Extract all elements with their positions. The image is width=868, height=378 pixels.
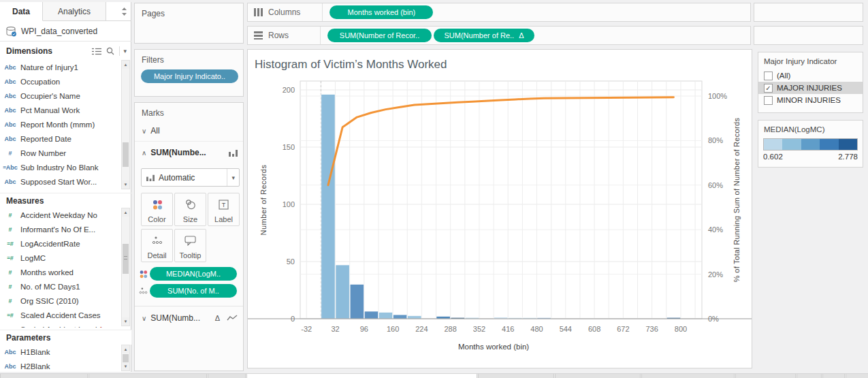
field-row[interactable]: #Informant's No Of E...: [0, 222, 121, 236]
number-field-icon: #: [0, 269, 20, 276]
sheet-tab[interactable]: [846, 374, 868, 378]
number-field-icon: #: [0, 283, 20, 290]
data-source-row[interactable]: WPI_data_converted: [0, 22, 131, 42]
text-field-icon: Abc: [0, 107, 20, 114]
columns-pill-months-worked-bin[interactable]: Months worked (bin): [329, 5, 433, 19]
field-row[interactable]: AbcReported Date: [0, 131, 121, 146]
database-icon: [5, 27, 17, 37]
tab-data[interactable]: Data: [0, 2, 43, 21]
filter-option-minor-injuries[interactable]: MINOR INJURIES: [758, 94, 863, 106]
sheet-tab[interactable]: [797, 374, 822, 378]
tab-analytics[interactable]: Analytics: [43, 2, 106, 20]
svg-text:T: T: [222, 202, 226, 208]
field-row[interactable]: AbcH1Blank: [0, 345, 121, 359]
checkbox[interactable]: ✓: [764, 84, 773, 93]
marks-section-sum[interactable]: ∧ SUM(Numbe...: [142, 144, 238, 161]
field-row[interactable]: AbcSupposed Start Wor...: [0, 174, 121, 189]
search-icon[interactable]: [106, 47, 114, 55]
text-field-icon: =Abc: [0, 164, 20, 171]
field-label: Report Month (mmm): [20, 121, 95, 129]
scrollbar[interactable]: ▲ ▼: [121, 60, 130, 189]
injury-filter-card: Major Injury Indicator (All)✓MAJOR INJUR…: [758, 52, 863, 113]
checkbox[interactable]: [764, 72, 773, 80]
field-row[interactable]: AbcH2Blank: [0, 359, 121, 372]
mark-type-dropdown[interactable]: Automatic ▾: [141, 168, 240, 187]
field-row[interactable]: AbcPct Manual Work: [0, 103, 121, 117]
scroll-up-icon[interactable]: ▲: [122, 208, 129, 217]
tick-label: 672: [617, 325, 629, 333]
field-row[interactable]: AbcOccupation: [0, 74, 121, 89]
sheet-tab[interactable]: [822, 374, 845, 378]
sum-mc-days-pill[interactable]: SUM(No. of M..: [150, 284, 237, 298]
field-label: Pct Manual Work: [20, 106, 80, 114]
scroll-down-icon[interactable]: ▼: [122, 317, 129, 326]
sheet-tab[interactable]: [478, 374, 554, 378]
sheet-tab[interactable]: [0, 374, 88, 378]
median-logmc-pill[interactable]: MEDIAN(LogM..: [150, 267, 237, 281]
field-row[interactable]: #Accident Weekday No: [0, 208, 121, 222]
list-view-icon[interactable]: [92, 48, 101, 55]
field-row[interactable]: #Row Number: [0, 146, 121, 160]
checkbox[interactable]: [764, 96, 773, 105]
rows-pill-sum-records-delta[interactable]: SUM(Number of Re.. Δ: [434, 29, 534, 42]
sheet-tab[interactable]: [641, 374, 735, 378]
scroll-thumb[interactable]: [123, 244, 129, 274]
detail-button[interactable]: Detail: [141, 229, 173, 262]
tick-label: 32: [331, 325, 339, 333]
field-row[interactable]: #Org SSIC (2010): [0, 294, 121, 308]
columns-shelf[interactable]: Columns Months worked (bin): [247, 3, 751, 22]
rows-pill-sum-records[interactable]: SUM(Number of Recor..: [327, 29, 432, 42]
color-ramp-step: [782, 139, 801, 150]
field-row[interactable]: AbcNature of Injury1: [0, 60, 121, 74]
sheet-tab[interactable]: [246, 374, 477, 378]
histogram-bar[interactable]: [393, 315, 407, 319]
histogram-bar[interactable]: [408, 316, 421, 319]
scroll-down-icon[interactable]: ▼: [122, 180, 129, 189]
histogram-bar[interactable]: [364, 311, 378, 319]
scrollbar[interactable]: ▲ ▼: [121, 345, 130, 371]
dimensions-menu-caret-icon[interactable]: ▾: [123, 48, 127, 54]
color-button[interactable]: Color: [141, 193, 173, 226]
marks-card: Marks ∨ All ∧ SUM(Numbe... Automatic ▾: [134, 102, 244, 371]
label-button[interactable]: T Label: [208, 193, 240, 226]
scroll-up-icon[interactable]: ▲: [122, 61, 129, 69]
size-button[interactable]: Size: [174, 193, 206, 226]
sheet-tab[interactable]: [555, 374, 641, 378]
rows-pill2-label: SUM(Number of Re..: [444, 31, 514, 40]
marks-section-sum2[interactable]: ∨ SUM(Numb... Δ: [142, 311, 238, 326]
filters-label: Filters: [142, 55, 243, 65]
field-row[interactable]: =#LogMC: [0, 251, 121, 265]
scrollbar[interactable]: ▲ ▼: [121, 208, 130, 326]
scroll-up-icon[interactable]: ▲: [122, 345, 129, 353]
filter-option-major-injuries[interactable]: ✓MAJOR INJURIES: [758, 82, 863, 94]
field-row[interactable]: AbcOccupier's Name: [0, 89, 121, 103]
injury-filter-options: (All)✓MAJOR INJURIESMINOR INJURIES: [758, 69, 863, 106]
scroll-down-icon[interactable]: ▼: [122, 362, 129, 371]
histogram-bar[interactable]: [321, 95, 335, 319]
field-row[interactable]: #Months worked: [0, 265, 121, 279]
filter-pill[interactable]: Major Injury Indicato..: [141, 69, 238, 83]
tooltip-button[interactable]: Tooltip: [174, 229, 206, 262]
histogram-bar[interactable]: [336, 265, 349, 319]
field-label: Nature of Injury1: [20, 63, 78, 72]
field-row[interactable]: =#Scaled Accident Cases: [0, 308, 121, 322]
color-ramp[interactable]: [763, 138, 858, 151]
tick-label: 800: [675, 325, 687, 333]
field-row[interactable]: =AbcSub Industry No Blank: [0, 160, 121, 174]
histogram-bar[interactable]: [379, 313, 392, 319]
field-row[interactable]: =#LogAccidentRate: [0, 236, 121, 251]
field-row[interactable]: AbcReport Month (mmm): [0, 117, 121, 131]
sheet-tab[interactable]: [208, 374, 246, 378]
filter-option--all-[interactable]: (All): [758, 69, 863, 82]
marks-section-all[interactable]: ∨ All: [142, 123, 243, 138]
histogram-bar[interactable]: [350, 285, 364, 319]
scroll-thumb[interactable]: [123, 142, 129, 167]
tick-label: 150: [283, 143, 295, 151]
mark-type-caret-icon[interactable]: ▾: [227, 169, 239, 186]
pane-toggle-icon[interactable]: [121, 7, 127, 16]
sheet-tab[interactable]: [89, 374, 207, 378]
field-row[interactable]: #No. of MC Days1: [0, 279, 121, 294]
field-row[interactable]: =#Scaled Accident Level!: [0, 322, 121, 328]
sheet-tab[interactable]: [735, 374, 796, 378]
rows-shelf[interactable]: Rows SUM(Number of Recor.. SUM(Number of…: [247, 26, 751, 45]
